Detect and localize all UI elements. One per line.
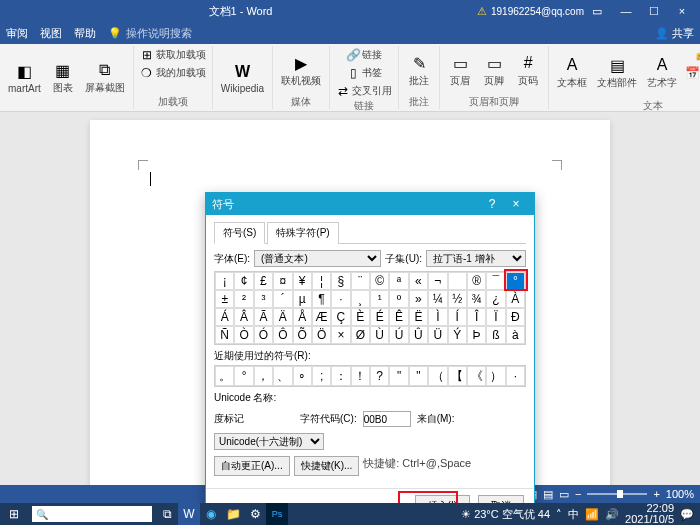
recent-symbol-cell[interactable]: 。	[215, 366, 234, 386]
symbol-cell[interactable]: Ã	[254, 308, 273, 326]
symbol-cell[interactable]: É	[370, 308, 389, 326]
symbol-cell[interactable]: Ú	[389, 326, 408, 344]
symbol-cell[interactable]: Ü	[428, 326, 447, 344]
symbol-cell[interactable]: ¼	[428, 290, 447, 308]
symbol-cell[interactable]: ¤	[273, 272, 292, 290]
symbol-cell[interactable]: È	[351, 308, 370, 326]
symbol-cell[interactable]: Þ	[467, 326, 486, 344]
ribbon-opts-icon[interactable]: ▭	[592, 5, 602, 18]
recent-symbol-cell[interactable]: ·	[506, 366, 525, 386]
comment-button[interactable]: ✎批注	[403, 46, 435, 95]
view-read-icon[interactable]: ▤	[543, 488, 553, 501]
symbol-cell[interactable]: ²	[234, 290, 253, 308]
symbol-cell[interactable]: Ö	[312, 326, 331, 344]
tab-symbols[interactable]: 符号(S)	[214, 222, 265, 244]
word-taskbar-icon[interactable]: W	[178, 503, 200, 525]
zoom-slider[interactable]	[587, 493, 647, 495]
recent-symbol-cell[interactable]: 【	[448, 366, 467, 386]
subset-select[interactable]: 拉丁语-1 增补	[426, 250, 526, 267]
tab-review[interactable]: 审阅	[6, 26, 28, 41]
symbol-cell[interactable]: ·	[331, 290, 350, 308]
user-email[interactable]: 191962254@qq.com	[491, 6, 584, 17]
symbol-cell[interactable]: Ý	[448, 326, 467, 344]
symbol-cell[interactable]: ­	[448, 272, 467, 290]
header-button[interactable]: ▭页眉	[444, 46, 476, 95]
symbol-cell[interactable]: Û	[409, 326, 428, 344]
symbol-cell[interactable]: Ä	[273, 308, 292, 326]
symbol-cell[interactable]: ½	[448, 290, 467, 308]
shortcut-button[interactable]: 快捷键(K)...	[294, 456, 360, 476]
autocorrect-button[interactable]: 自动更正(A)...	[214, 456, 290, 476]
symbol-cell[interactable]: Ù	[370, 326, 389, 344]
symbol-cell[interactable]: ¶	[312, 290, 331, 308]
symbol-cell[interactable]: »	[409, 290, 428, 308]
volume-icon[interactable]: 🔊	[605, 508, 619, 521]
get-addins-button[interactable]: ⊞获取加载项	[138, 46, 208, 63]
symbol-cell[interactable]: ¢	[234, 272, 253, 290]
symbol-cell[interactable]: Ò	[234, 326, 253, 344]
symbol-cell[interactable]: ¸	[351, 290, 370, 308]
symbol-cell[interactable]: ¡	[215, 272, 234, 290]
symbol-cell[interactable]: Ê	[389, 308, 408, 326]
wikipedia-button[interactable]: WWikipedia	[217, 46, 268, 109]
dialog-close-button[interactable]: ×	[504, 197, 528, 211]
recent-symbol-cell[interactable]: °	[234, 366, 253, 386]
zoom-in-button[interactable]: +	[653, 488, 659, 500]
symbol-cell[interactable]: ®	[467, 272, 486, 290]
share-button[interactable]: 👤 共享	[655, 26, 694, 41]
symbol-cell[interactable]: Ó	[254, 326, 273, 344]
zoom-out-button[interactable]: −	[575, 488, 581, 500]
symbol-cell[interactable]: ©	[370, 272, 389, 290]
minimize-button[interactable]: —	[612, 0, 640, 22]
symbol-cell[interactable]: Ç	[331, 308, 350, 326]
symbol-cell[interactable]: µ	[293, 290, 312, 308]
symbol-cell[interactable]: Í	[448, 308, 467, 326]
symbol-cell[interactable]: Ï	[486, 308, 505, 326]
symbol-cell[interactable]: ¦	[312, 272, 331, 290]
symbol-cell[interactable]: Æ	[312, 308, 331, 326]
symbol-cell[interactable]: ´	[273, 290, 292, 308]
notifications-icon[interactable]: 💬	[680, 508, 694, 521]
symbol-cell[interactable]: £	[254, 272, 273, 290]
symbol-cell[interactable]: Ô	[273, 326, 292, 344]
maximize-button[interactable]: ☐	[640, 0, 668, 22]
symbol-cell[interactable]: ª	[389, 272, 408, 290]
symbol-cell[interactable]: ¿	[486, 290, 505, 308]
recent-symbol-cell[interactable]: （	[428, 366, 447, 386]
recent-symbol-cell[interactable]: 《	[467, 366, 486, 386]
recent-symbol-cell[interactable]: ！	[351, 366, 370, 386]
recent-symbol-cell[interactable]: ：	[331, 366, 350, 386]
symbol-cell[interactable]: Õ	[293, 326, 312, 344]
tab-help[interactable]: 帮助	[74, 26, 96, 41]
close-button[interactable]: ×	[668, 0, 696, 22]
smartart-button[interactable]: ◧martArt	[4, 46, 45, 109]
footer-button[interactable]: ▭页脚	[478, 46, 510, 95]
symbol-cell[interactable]: Ð	[506, 308, 525, 326]
symbol-cell[interactable]: Ì	[428, 308, 447, 326]
symbol-cell[interactable]: Ë	[409, 308, 428, 326]
symbol-cell[interactable]: Ñ	[215, 326, 234, 344]
tray-chevron-icon[interactable]: ˄	[556, 508, 562, 521]
signature-button[interactable]: ✍签名行	[683, 46, 700, 63]
chart-button[interactable]: ▦图表	[47, 46, 79, 109]
wifi-icon[interactable]: 📶	[585, 508, 599, 521]
recent-symbol-cell[interactable]: 、	[273, 366, 292, 386]
symbol-cell[interactable]: ¥	[293, 272, 312, 290]
symbol-cell[interactable]: Á	[215, 308, 234, 326]
recent-symbol-cell[interactable]: ∘	[293, 366, 312, 386]
symbol-cell[interactable]: à	[506, 326, 525, 344]
symbol-cell[interactable]: °	[506, 272, 525, 290]
my-addins-button[interactable]: ❍我的加载项	[138, 64, 208, 81]
edge-taskbar-icon[interactable]: ◉	[200, 503, 222, 525]
online-video-button[interactable]: ▶联机视频	[277, 46, 325, 95]
symbol-cell[interactable]: «	[409, 272, 428, 290]
symbol-cell[interactable]: ×	[331, 326, 350, 344]
view-web-icon[interactable]: ▭	[559, 488, 569, 501]
symbol-cell[interactable]: Ø	[351, 326, 370, 344]
tell-me-search[interactable]: 💡操作说明搜索	[108, 26, 192, 41]
settings-taskbar-icon[interactable]: ⚙	[244, 503, 266, 525]
start-button[interactable]: ⊞	[0, 507, 28, 521]
symbol-cell[interactable]: ¾	[467, 290, 486, 308]
symbol-cell[interactable]: Â	[234, 308, 253, 326]
symbol-cell[interactable]: ¨	[351, 272, 370, 290]
